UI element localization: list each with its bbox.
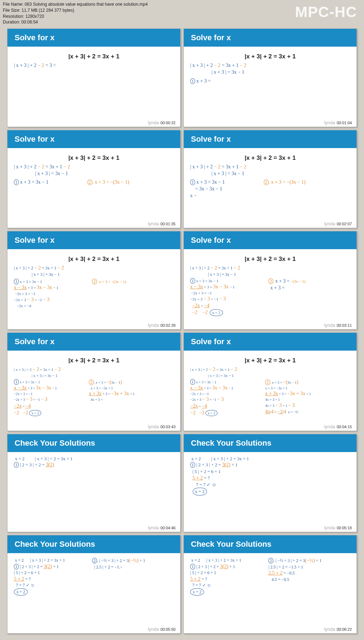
answer-box: x = 2	[210, 309, 223, 316]
file-info-panel: File Name: 063 Solving absolute value eq…	[3, 1, 148, 25]
thumbnail-title: Check Your Solutions	[184, 535, 357, 553]
watermark: lynda	[148, 626, 159, 632]
main-equation: |x + 3| + 2 = 3x + 1	[14, 53, 174, 60]
work-step: | x + 3 | + 2 − 2 = 3x + 1 − 2	[190, 62, 350, 69]
thumbnail-4[interactable]: Solve for x |x + 3| + 2 = 3x + 1 | x + 3…	[183, 130, 357, 229]
work-step: | x + 3 | = 3x − 1	[208, 373, 350, 378]
case-1-icon: 1	[190, 179, 195, 185]
watermark: lynda	[324, 221, 335, 226]
work-step: | x + 3 | + 2 − 2 = 3x + 1 − 2	[190, 265, 350, 272]
thumbnail-10[interactable]: Check Your Solutions x = 2 | x + 3 | + 2…	[183, 434, 357, 533]
case-2-icon: 2	[265, 379, 270, 385]
thumbnail-2[interactable]: Solve for x |x + 3| + 2 = 3x + 1 | x + 3…	[183, 28, 357, 127]
file-name-value: 063 Solving absolute value equations tha…	[25, 2, 148, 7]
thumbnail-title: Check Your Solutions	[7, 434, 180, 452]
thumbnail-title: Solve for x	[7, 130, 180, 148]
case-1-icon: 1	[14, 279, 19, 284]
thumbnail-12[interactable]: Check Your Solutions x = 2 | x + 3 | + 2…	[183, 535, 357, 634]
work-step: | x + 3 | = 3x − 1	[212, 69, 350, 76]
timestamp: 00:06:22	[336, 627, 353, 632]
case-1-icon: 1	[190, 278, 195, 284]
thumbnail-3[interactable]: Solve for x |x + 3| + 2 = 3x + 1 | x + 3…	[7, 130, 181, 229]
thumbnail-6[interactable]: Solve for x |x + 3| + 2 = 3x + 1 | x + 3…	[183, 231, 357, 330]
answer-box: x = 2	[190, 588, 204, 596]
case-1: 1 x + 3 = 3x − 1 = 3x − 3x − 1x −	[190, 179, 262, 199]
check-1-icon: 1	[14, 564, 19, 570]
watermark: lynda	[324, 525, 335, 530]
file-size-value: 11,7 MB (12 294 377 bytes)	[22, 8, 74, 13]
case-1-icon: 1	[14, 179, 19, 185]
thumbnail-1[interactable]: Solve for x |x + 3| + 2 = 3x + 1 | x + 3…	[7, 28, 181, 127]
check-1-icon: 1	[190, 564, 195, 570]
answer-box: x = 2	[193, 488, 207, 495]
thumbnail-title: Solve for x	[184, 130, 357, 148]
check-1: x = 2 | x + 3 | + 2 = 3x + 1 1 | 2 + 3 |…	[14, 557, 91, 596]
thumbnail-grid: Solve for x |x + 3| + 2 = 3x + 1 | x + 3…	[7, 28, 357, 634]
file-name-label: File Name:	[3, 2, 23, 7]
main-equation: |x + 3| + 2 = 3x + 1	[14, 256, 174, 263]
app-logo: MPC-HC	[295, 4, 357, 21]
main-equation: |x + 3| + 2 = 3x + 1	[190, 357, 350, 364]
case-2: 2. x + 3 = −(3x − 1)	[264, 179, 306, 186]
check-work: x = 2 | x + 3 | + 2 = 3x + 1 1 | 2 + 3 |…	[14, 456, 174, 468]
work-step: | x + 3 | + 2 − 2 = 3x + 1 − 2	[190, 366, 350, 373]
watermark: lynda	[148, 120, 159, 125]
work-step: | x + 3 | = 3x − 1	[208, 272, 350, 277]
timestamp: 00:04:15	[336, 424, 353, 429]
check-icon: ✓	[26, 583, 30, 588]
main-equation: |x + 3| + 2 = 3x + 1	[190, 53, 350, 60]
duration-value: 00:06:54	[21, 20, 38, 25]
case-1: 1 x + 3 = 3x − 1x − 3x + 3 = 3x − 3x − 1…	[190, 278, 267, 316]
check-2: 2. | −½ + 3 | + 2 = 3(−½) + 1 | 2.5 | + …	[268, 557, 321, 582]
work-step: | x + 3 | + 2 − 2 = 3x + 1 − 2	[190, 164, 350, 171]
work-step: | x + 3 | + 2 − 2 = 3x + 1 − 2	[14, 164, 174, 171]
case-2: 2. x + 3 = −(3x − 1)	[92, 279, 126, 284]
timestamp: 00:02:07	[336, 221, 353, 226]
thumbnail-7[interactable]: Solve for x |x + 3| + 2 = 3x + 1 | x + 3…	[7, 332, 181, 431]
timestamp: 00:03:43	[159, 424, 177, 429]
case-1: 1 x + 3 = 3x − 1	[14, 179, 86, 186]
timestamp: 00:02:39	[159, 323, 177, 328]
resolution-value: 1280x720	[25, 14, 44, 19]
timestamp: 00:01:04	[336, 120, 353, 125]
file-size-label: File Size:	[3, 8, 20, 13]
case-1: 1 x + 3 = 3x − 1x − 3x + 3 = 3x − 3x − 1…	[14, 379, 87, 416]
thumbnail-8[interactable]: Solve for x |x + 3| + 2 = 3x + 1 | x + 3…	[183, 332, 357, 431]
timestamp: 00:05:18	[336, 525, 353, 530]
case-2-icon: 2	[92, 279, 97, 284]
watermark: lynda	[324, 626, 335, 632]
work-step: | x + 3 | = 3x − 1	[212, 171, 350, 177]
timestamp: 00:01:35	[159, 221, 177, 226]
thumbnail-9[interactable]: Check Your Solutions x = 2 | x + 3 | + 2…	[7, 434, 181, 533]
thumbnail-title: Solve for x	[184, 231, 357, 249]
thumbnail-5[interactable]: Solve for x |x + 3| + 2 = 3x + 1 | x + 3…	[7, 231, 181, 330]
check-1-icon: 1	[14, 462, 19, 468]
answer-box: x = 2	[14, 588, 28, 596]
check-work: x = 2 | x + 3 | + 2 = 3x + 1 1 | 2 + 3 |…	[190, 456, 350, 495]
thumbnail-title: Solve for x	[7, 231, 180, 249]
work-step: | x + 3 | = 3x − 1	[32, 272, 174, 277]
check-1: x = 2 | x + 3 | + 2 = 3x + 1 1 | 2 + 3 |…	[190, 557, 267, 596]
watermark: lynda	[148, 322, 159, 328]
case-2: 2. x + 3 = −(3x − 1) x + 3 =	[268, 278, 305, 292]
main-equation: |x + 3| + 2 = 3x + 1	[14, 357, 174, 364]
main-equation: |x + 3| + 2 = 3x + 1	[14, 154, 174, 162]
resolution-label: Resolution:	[3, 14, 24, 19]
check-icon: ✓	[207, 482, 210, 487]
work-step: 1 x + 3 =	[190, 78, 350, 85]
case-2-icon: 2	[89, 379, 94, 385]
thumbnail-title: Check Your Solutions	[7, 535, 180, 553]
case-1: 1 x + 3 = 3x − 1x − 3x + 3 = 3x − 3x − 1…	[190, 379, 264, 416]
watermark: lynda	[324, 120, 335, 125]
thumbnail-title: Solve for x	[184, 333, 357, 351]
thumbnail-title: Solve for x	[7, 29, 180, 47]
case-1-icon: 1	[190, 379, 195, 385]
case-1-icon: 1	[190, 78, 195, 84]
case-2-icon: 2	[264, 179, 269, 185]
thumbnail-title: Check Your Solutions	[184, 434, 357, 452]
thumbnail-11[interactable]: Check Your Solutions x = 2 | x + 3 | + 2…	[7, 535, 181, 634]
thumbnail-title: Solve for x	[7, 333, 180, 351]
check-2-icon: 2	[268, 558, 273, 563]
answer-box: x = 2	[205, 410, 218, 416]
watermark: lynda	[148, 525, 159, 530]
